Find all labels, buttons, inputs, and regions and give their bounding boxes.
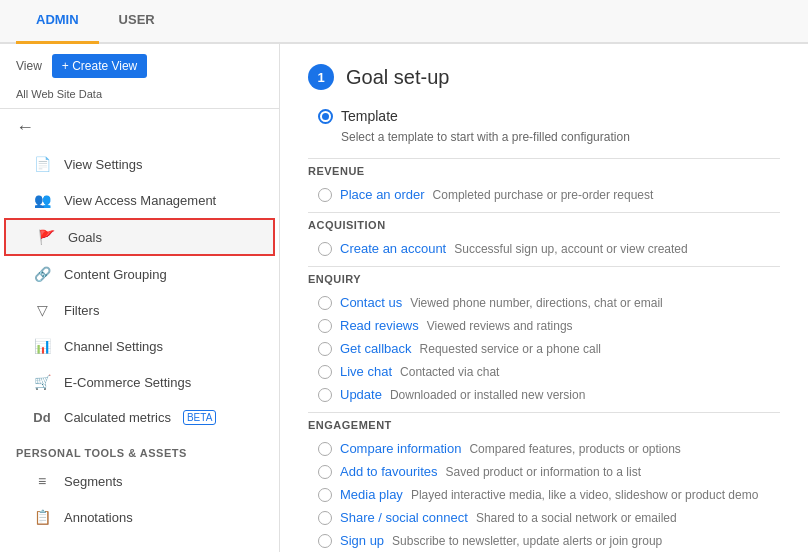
content-grouping-label: Content Grouping [64, 267, 167, 282]
option-main-compare-info: Compare information [340, 441, 461, 456]
acquisition-divider [308, 212, 780, 213]
filters-icon: ▽ [32, 302, 52, 318]
sidebar-item-view-settings[interactable]: 📄 View Settings [0, 146, 279, 182]
option-desc-update: Downloaded or installed new version [390, 388, 585, 402]
create-view-button[interactable]: + Create View [52, 54, 148, 78]
option-main-add-favourites: Add to favourites [340, 464, 438, 479]
filters-label: Filters [64, 303, 99, 318]
option-desc-live-chat: Contacted via chat [400, 365, 499, 379]
revenue-divider [308, 158, 780, 159]
option-desc-share-social: Shared to a social network or emailed [476, 511, 677, 525]
view-access-icon: 👥 [32, 192, 52, 208]
option-compare-information[interactable]: Compare information Compared features, p… [308, 437, 780, 460]
content-area: 1 Goal set-up Template Select a template… [280, 44, 808, 552]
option-desc-add-favourites: Saved product or information to a list [446, 465, 641, 479]
sidebar-item-goals[interactable]: 🚩 Goals [4, 218, 275, 256]
view-settings-label: View Settings [64, 157, 143, 172]
enquiry-section-label: ENQUIRY [308, 273, 780, 285]
template-label: Template [341, 108, 398, 124]
option-get-callback[interactable]: Get callback Requested service or a phon… [308, 337, 780, 360]
option-main-get-callback: Get callback [340, 341, 412, 356]
main-layout: View + Create View All Web Site Data ← 📄… [0, 44, 808, 552]
sidebar-item-ecommerce[interactable]: 🛒 E-Commerce Settings [0, 364, 279, 400]
calculated-metrics-icon: Dd [32, 410, 52, 425]
engagement-divider [308, 412, 780, 413]
ecommerce-label: E-Commerce Settings [64, 375, 191, 390]
option-main-contact-us: Contact us [340, 295, 402, 310]
sidebar-item-content-grouping[interactable]: 🔗 Content Grouping [0, 256, 279, 292]
view-label: View [16, 59, 42, 73]
acquisition-section-label: ACQUISITION [308, 219, 780, 231]
segments-label: Segments [64, 474, 123, 489]
calculated-metrics-label: Calculated metrics [64, 410, 171, 425]
annotations-icon: 📋 [32, 509, 52, 525]
goal-setup-header: 1 Goal set-up [308, 64, 780, 90]
sidebar-item-filters[interactable]: ▽ Filters [0, 292, 279, 328]
option-radio-live-chat[interactable] [318, 365, 332, 379]
option-media-play[interactable]: Media play Played interactive media, lik… [308, 483, 780, 506]
option-main-read-reviews: Read reviews [340, 318, 419, 333]
option-sign-up[interactable]: Sign up Subscribe to newsletter, update … [308, 529, 780, 552]
option-create-account[interactable]: Create an account Successful sign up, ac… [308, 237, 780, 260]
engagement-section-label: ENGAGEMENT [308, 419, 780, 431]
back-arrow-row: ← [0, 109, 279, 146]
template-radio-row[interactable]: Template [308, 108, 780, 124]
template-description: Select a template to start with a pre-fi… [308, 130, 780, 144]
option-main-create-account: Create an account [340, 241, 446, 256]
step-circle: 1 [308, 64, 334, 90]
option-desc-compare-info: Compared features, products or options [469, 442, 680, 456]
enquiry-divider [308, 266, 780, 267]
option-radio-get-callback[interactable] [318, 342, 332, 356]
goals-label: Goals [68, 230, 102, 245]
ecommerce-icon: 🛒 [32, 374, 52, 390]
back-arrow-icon[interactable]: ← [16, 117, 34, 137]
option-desc-sign-up: Subscribe to newsletter, update alerts o… [392, 534, 662, 548]
sidebar-item-annotations[interactable]: 📋 Annotations [0, 499, 279, 535]
sidebar-item-calculated-metrics[interactable]: Dd Calculated metrics BETA [0, 400, 279, 435]
option-place-order[interactable]: Place an order Completed purchase or pre… [308, 183, 780, 206]
option-radio-update[interactable] [318, 388, 332, 402]
tab-user[interactable]: USER [99, 0, 175, 42]
sidebar: View + Create View All Web Site Data ← 📄… [0, 44, 280, 552]
annotations-label: Annotations [64, 510, 133, 525]
option-main-live-chat: Live chat [340, 364, 392, 379]
option-update[interactable]: Update Downloaded or installed new versi… [308, 383, 780, 406]
option-desc-create-account: Successful sign up, account or view crea… [454, 242, 687, 256]
option-main-sign-up: Sign up [340, 533, 384, 548]
option-radio-read-reviews[interactable] [318, 319, 332, 333]
option-radio-place-order[interactable] [318, 188, 332, 202]
option-share-social[interactable]: Share / social connect Shared to a socia… [308, 506, 780, 529]
beta-badge: BETA [183, 410, 216, 425]
sidebar-item-segments[interactable]: ≡ Segments [0, 463, 279, 499]
option-live-chat[interactable]: Live chat Contacted via chat [308, 360, 780, 383]
sidebar-item-view-access[interactable]: 👥 View Access Management [0, 182, 279, 218]
option-read-reviews[interactable]: Read reviews Viewed reviews and ratings [308, 314, 780, 337]
option-contact-us[interactable]: Contact us Viewed phone number, directio… [308, 291, 780, 314]
view-settings-icon: 📄 [32, 156, 52, 172]
option-add-favourites[interactable]: Add to favourites Saved product or infor… [308, 460, 780, 483]
option-radio-media-play[interactable] [318, 488, 332, 502]
option-radio-add-favourites[interactable] [318, 465, 332, 479]
top-tabs-bar: ADMIN USER [0, 0, 808, 44]
channel-settings-label: Channel Settings [64, 339, 163, 354]
sidebar-item-channel-settings[interactable]: 📊 Channel Settings [0, 328, 279, 364]
all-web-label: All Web Site Data [0, 88, 279, 109]
goal-setup-title: Goal set-up [346, 66, 449, 89]
content-grouping-icon: 🔗 [32, 266, 52, 282]
sidebar-view-row: View + Create View [0, 44, 279, 88]
option-desc-read-reviews: Viewed reviews and ratings [427, 319, 573, 333]
revenue-section-label: REVENUE [308, 165, 780, 177]
template-radio-button[interactable] [318, 109, 333, 124]
goals-icon: 🚩 [36, 229, 56, 245]
option-radio-contact-us[interactable] [318, 296, 332, 310]
option-radio-compare-info[interactable] [318, 442, 332, 456]
option-desc-media-play: Played interactive media, like a video, … [411, 488, 759, 502]
option-main-media-play: Media play [340, 487, 403, 502]
option-desc-get-callback: Requested service or a phone call [420, 342, 601, 356]
channel-settings-icon: 📊 [32, 338, 52, 354]
tab-admin[interactable]: ADMIN [16, 0, 99, 44]
option-radio-create-account[interactable] [318, 242, 332, 256]
option-desc-place-order: Completed purchase or pre-order request [433, 188, 654, 202]
option-radio-share-social[interactable] [318, 511, 332, 525]
option-radio-sign-up[interactable] [318, 534, 332, 548]
